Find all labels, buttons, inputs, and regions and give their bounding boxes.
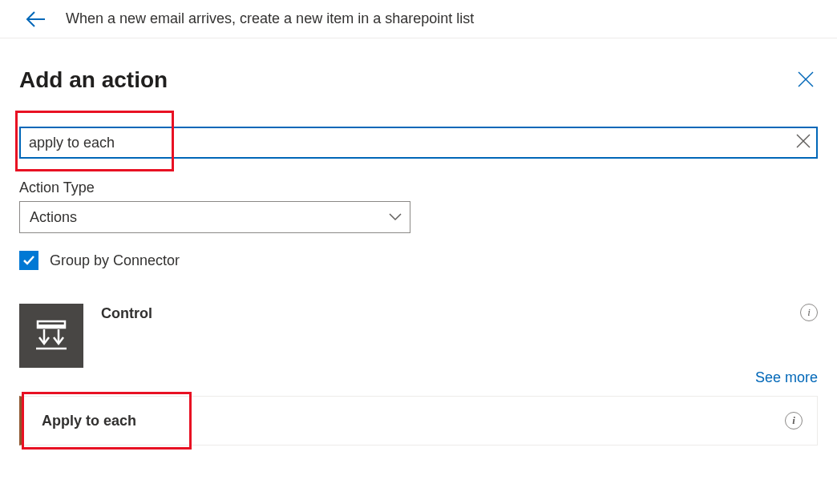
info-icon[interactable]: i <box>785 412 803 429</box>
action-type-dropdown[interactable]: Actions <box>19 201 410 233</box>
see-more-link[interactable]: See more <box>19 369 818 386</box>
connector-name: Control <box>101 304 782 322</box>
results-area: Control i See more Apply to each i <box>19 304 818 446</box>
flow-title: When a new email arrives, create a new i… <box>66 10 474 27</box>
back-arrow-icon[interactable] <box>26 10 46 28</box>
info-icon[interactable]: i <box>800 304 818 321</box>
top-bar: When a new email arrives, create a new i… <box>0 0 837 38</box>
chevron-down-icon <box>389 213 402 221</box>
control-connector-icon <box>19 304 83 368</box>
group-by-connector-checkbox[interactable] <box>19 251 38 270</box>
svg-rect-6 <box>38 325 65 328</box>
panel-title: Add an action <box>19 67 168 93</box>
close-icon[interactable] <box>794 67 818 91</box>
add-action-panel: Add an action Action Type Actions <box>0 38 837 446</box>
connector-header: Control i <box>19 304 818 368</box>
group-by-connector-label: Group by Connector <box>50 252 180 269</box>
search-input[interactable] <box>19 127 818 159</box>
action-apply-to-each[interactable]: Apply to each i <box>19 396 818 446</box>
action-type-value: Actions <box>30 209 77 226</box>
action-type-label: Action Type <box>19 179 818 196</box>
clear-search-icon[interactable] <box>795 133 811 152</box>
action-name-label: Apply to each <box>42 413 136 429</box>
